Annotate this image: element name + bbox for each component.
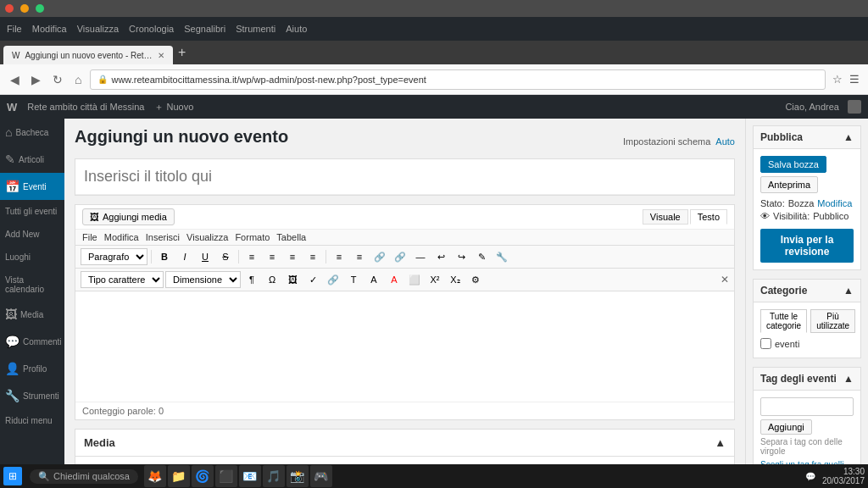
used-categories-tab[interactable]: Più utilizzate bbox=[810, 309, 855, 333]
start-button[interactable]: ⊞ bbox=[3, 467, 22, 485]
taskbar-app-5[interactable]: 📧 bbox=[239, 465, 261, 487]
back-btn[interactable]: ◀ bbox=[7, 71, 23, 88]
categories-header[interactable]: Categorie ▲ bbox=[754, 280, 860, 302]
cat-check-eventi[interactable] bbox=[760, 338, 771, 349]
editor-menu-tabella[interactable]: Tabella bbox=[276, 232, 306, 242]
sidebar-item-profilo[interactable]: 👤 Profilo bbox=[0, 355, 64, 382]
menu-aiuto[interactable]: Aiuto bbox=[286, 24, 307, 34]
format-bar-close-btn[interactable]: ✕ bbox=[721, 274, 729, 286]
status-edit-link[interactable]: Modifica bbox=[817, 198, 852, 208]
editor-menu-formato[interactable]: Formato bbox=[235, 232, 270, 242]
taskbar-app-8[interactable]: 🎮 bbox=[310, 465, 332, 487]
submit-review-btn[interactable]: Invia per la revisione bbox=[760, 229, 854, 263]
wp-new-link[interactable]: ＋ Nuovo bbox=[154, 101, 193, 114]
testo-tab[interactable]: Testo bbox=[690, 209, 727, 225]
menu-visualizza[interactable]: Visualizza bbox=[77, 24, 119, 34]
menu-modifica[interactable]: Modifica bbox=[32, 24, 67, 34]
browser-maximize[interactable] bbox=[36, 4, 44, 13]
menu-icon[interactable]: ☰ bbox=[848, 71, 861, 87]
tab-close-btn[interactable]: ✕ bbox=[158, 51, 164, 60]
extra-btn1[interactable]: ✎ bbox=[472, 248, 491, 265]
underline-btn[interactable]: U bbox=[196, 248, 214, 265]
publish-box-header[interactable]: Pubblica ▲ bbox=[754, 126, 860, 149]
browser-tab-active[interactable]: W Aggiungi un nuovo evento - Rete amb...… bbox=[3, 46, 173, 64]
url-bar[interactable]: 🔒 www.reteambitocittamessina.it/wp/wp-ad… bbox=[90, 69, 826, 90]
format-extra-4[interactable]: ✓ bbox=[303, 271, 322, 288]
sidebar-item-add-new[interactable]: Add New bbox=[0, 223, 64, 246]
num-list-btn[interactable]: ≡ bbox=[350, 248, 369, 265]
menu-strumenti[interactable]: Strumenti bbox=[236, 24, 275, 34]
tag-add-btn[interactable]: Aggiungi bbox=[760, 419, 812, 435]
all-categories-tab[interactable]: Tutte le categorie bbox=[760, 309, 807, 333]
schema-auto-label[interactable]: Auto bbox=[715, 136, 735, 147]
link-btn[interactable]: 🔗 bbox=[370, 248, 389, 265]
tipo-carattere-dropdown[interactable]: Tipo carattere bbox=[81, 271, 164, 288]
italic-btn[interactable]: I bbox=[175, 248, 194, 265]
insert-more-btn[interactable]: — bbox=[411, 248, 430, 265]
bookmark-icon[interactable]: ☆ bbox=[831, 71, 844, 87]
sidebar-item-eventi[interactable]: 📅 Eventi bbox=[0, 173, 64, 200]
wp-site-link[interactable]: Rete ambito città di Messina bbox=[27, 102, 144, 112]
refresh-btn[interactable]: ↻ bbox=[49, 71, 66, 88]
sidebar-item-bacheca[interactable]: ⌂ Bacheca bbox=[0, 119, 64, 146]
editor-menu-inserisci[interactable]: Inserisci bbox=[146, 232, 180, 242]
paragrafo-dropdown[interactable]: Paragrafo bbox=[81, 248, 147, 265]
dimensione-dropdown[interactable]: Dimensione bbox=[165, 271, 241, 288]
format-extra-2[interactable]: Ω bbox=[263, 271, 281, 288]
taskbar-app-7[interactable]: 📸 bbox=[287, 465, 309, 487]
browser-close[interactable] bbox=[5, 4, 14, 13]
sidebar-item-commenti[interactable]: 💬 Commenti bbox=[0, 328, 64, 355]
redo-btn[interactable]: ↪ bbox=[452, 248, 470, 265]
format-extra-color[interactable]: A bbox=[385, 271, 403, 288]
menu-cronologia[interactable]: Cronologia bbox=[129, 24, 174, 34]
sidebar-item-riduci[interactable]: Riduci menu bbox=[0, 409, 64, 432]
cortana-search[interactable]: 🔍 Chiedimi qualcosa bbox=[30, 469, 138, 484]
format-extra-7[interactable]: A bbox=[364, 271, 383, 288]
align-right-btn[interactable]: ≡ bbox=[283, 248, 302, 265]
format-extra-6[interactable]: T bbox=[344, 271, 363, 288]
tag-input[interactable] bbox=[760, 397, 854, 416]
add-media-btn[interactable]: 🖼 Aggiungi media bbox=[82, 208, 175, 225]
preview-btn[interactable]: Anteprima bbox=[760, 176, 818, 193]
unlink-btn[interactable]: 🔗 bbox=[391, 248, 409, 265]
align-center-btn[interactable]: ≡ bbox=[263, 248, 281, 265]
wp-logo[interactable]: W bbox=[7, 101, 17, 114]
format-extra-11[interactable]: ⚙ bbox=[466, 271, 485, 288]
editor-body[interactable] bbox=[75, 291, 734, 402]
bullet-list-btn[interactable]: ≡ bbox=[330, 248, 348, 265]
align-left-btn[interactable]: ≡ bbox=[242, 248, 261, 265]
forward-btn[interactable]: ▶ bbox=[28, 71, 44, 88]
format-extra-10[interactable]: X₂ bbox=[446, 271, 465, 288]
media-panel-header[interactable]: Media ▲ bbox=[75, 430, 734, 457]
strikethrough-btn[interactable]: S bbox=[216, 248, 235, 265]
sidebar-item-luoghi[interactable]: Luoghi bbox=[0, 246, 64, 269]
taskbar-app-6[interactable]: 🎵 bbox=[263, 465, 285, 487]
menu-segnalibri[interactable]: Segnalibri bbox=[184, 24, 225, 34]
home-btn[interactable]: ⌂ bbox=[71, 71, 85, 88]
extra-btn2[interactable]: 🔧 bbox=[492, 248, 511, 265]
new-tab-btn[interactable]: + bbox=[173, 45, 191, 60]
visual-tab[interactable]: Visuale bbox=[643, 209, 688, 225]
taskbar-notification-icon[interactable]: 💬 bbox=[805, 472, 815, 481]
save-draft-btn[interactable]: Salva bozza bbox=[760, 156, 826, 173]
sidebar-item-tutti-eventi[interactable]: Tutti gli eventi bbox=[0, 200, 64, 223]
format-extra-8[interactable]: ⬜ bbox=[405, 271, 424, 288]
sidebar-item-vista-calendario[interactable]: Vista calendario bbox=[0, 269, 64, 301]
editor-menu-modifica[interactable]: Modifica bbox=[104, 232, 139, 242]
editor-menu-visualizza[interactable]: Visualizza bbox=[186, 232, 228, 242]
post-title-input[interactable] bbox=[75, 159, 734, 195]
undo-btn[interactable]: ↩ bbox=[431, 248, 450, 265]
tags-header[interactable]: Tag degli eventi ▲ bbox=[754, 368, 860, 391]
browser-minimize[interactable] bbox=[20, 4, 29, 13]
bold-btn[interactable]: B bbox=[155, 248, 174, 265]
taskbar-app-4[interactable]: ⬛ bbox=[215, 465, 237, 487]
taskbar-explorer[interactable]: 📁 bbox=[168, 465, 190, 487]
sidebar-item-strumenti[interactable]: 🔧 Strumenti bbox=[0, 382, 64, 409]
menu-file[interactable]: File bbox=[7, 24, 22, 34]
sidebar-item-articoli[interactable]: ✎ Articoli bbox=[0, 146, 64, 173]
taskbar-browser[interactable]: 🦊 bbox=[144, 465, 166, 487]
sidebar-item-media[interactable]: 🖼 Media bbox=[0, 301, 64, 328]
taskbar-app-3[interactable]: 🌀 bbox=[192, 465, 214, 487]
align-justify-btn[interactable]: ≡ bbox=[303, 248, 322, 265]
format-extra-1[interactable]: ¶ bbox=[242, 271, 261, 288]
